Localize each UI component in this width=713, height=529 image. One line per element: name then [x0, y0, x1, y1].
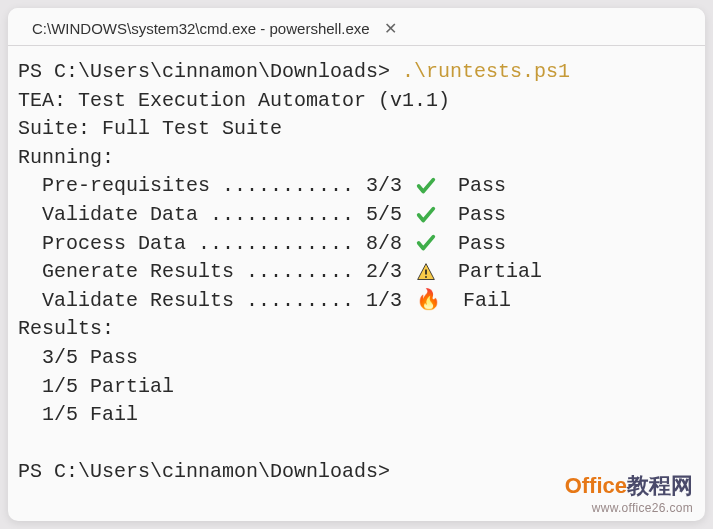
result-line: 1/5 Partial — [18, 373, 695, 402]
test-status: Pass — [446, 172, 506, 201]
check-icon — [414, 230, 438, 259]
watermark-brand-left: Office — [565, 473, 627, 498]
prompt-text: PS C:\Users\cinnamon\Downloads> — [18, 460, 402, 483]
test-name: Generate Results ......... 2/3 — [42, 258, 414, 287]
command-text: .\runtests.ps1 — [402, 60, 570, 83]
output-header-suite: Suite: Full Test Suite — [18, 115, 695, 144]
prompt-line-1: PS C:\Users\cinnamon\Downloads> .\runtes… — [18, 58, 695, 87]
result-line: 1/5 Fail — [18, 401, 695, 430]
result-line: 3/5 Pass — [18, 344, 695, 373]
watermark: Office教程网 www.office26.com — [565, 471, 693, 515]
test-name: Process Data ............. 8/8 — [42, 230, 414, 259]
test-status: Pass — [446, 230, 506, 259]
tab-title: C:\WINDOWS\system32\cmd.exe - powershell… — [32, 20, 370, 37]
blank-line — [18, 430, 695, 459]
warning-icon — [414, 258, 438, 287]
fire-icon: 🔥 — [416, 287, 441, 316]
test-row: Pre-requisites ........... 3/3 Pass — [18, 172, 695, 201]
output-header-tea: TEA: Test Execution Automator (v1.1) — [18, 87, 695, 116]
watermark-brand-right: 教程网 — [627, 473, 693, 498]
terminal-content[interactable]: PS C:\Users\cinnamon\Downloads> .\runtes… — [8, 46, 705, 499]
test-row: Process Data ............. 8/8 Pass — [18, 230, 695, 259]
results-label: Results: — [18, 315, 695, 344]
close-icon[interactable]: ✕ — [384, 21, 397, 37]
prompt-text: PS C:\Users\cinnamon\Downloads> — [18, 60, 402, 83]
test-status: Pass — [446, 201, 506, 230]
check-icon — [414, 172, 438, 201]
test-row: Validate Results ......... 1/3 🔥 Fail — [18, 287, 695, 316]
test-status: Fail — [451, 287, 511, 316]
tab-bar: C:\WINDOWS\system32\cmd.exe - powershell… — [8, 8, 705, 46]
check-icon — [414, 201, 438, 230]
test-name: Pre-requisites ........... 3/3 — [42, 172, 414, 201]
watermark-brand: Office教程网 — [565, 471, 693, 501]
tab[interactable]: C:\WINDOWS\system32\cmd.exe - powershell… — [26, 14, 409, 45]
test-status: Partial — [446, 258, 542, 287]
test-name: Validate Data ............ 5/5 — [42, 201, 414, 230]
terminal-window: C:\WINDOWS\system32\cmd.exe - powershell… — [8, 8, 705, 521]
test-row: Validate Data ............ 5/5 Pass — [18, 201, 695, 230]
svg-rect-1 — [425, 276, 427, 278]
test-row: Generate Results ......... 2/3 Partial — [18, 258, 695, 287]
test-name: Validate Results ......... 1/3 — [42, 287, 414, 316]
svg-rect-0 — [425, 269, 427, 274]
watermark-url: www.office26.com — [565, 501, 693, 515]
output-running-label: Running: — [18, 144, 695, 173]
